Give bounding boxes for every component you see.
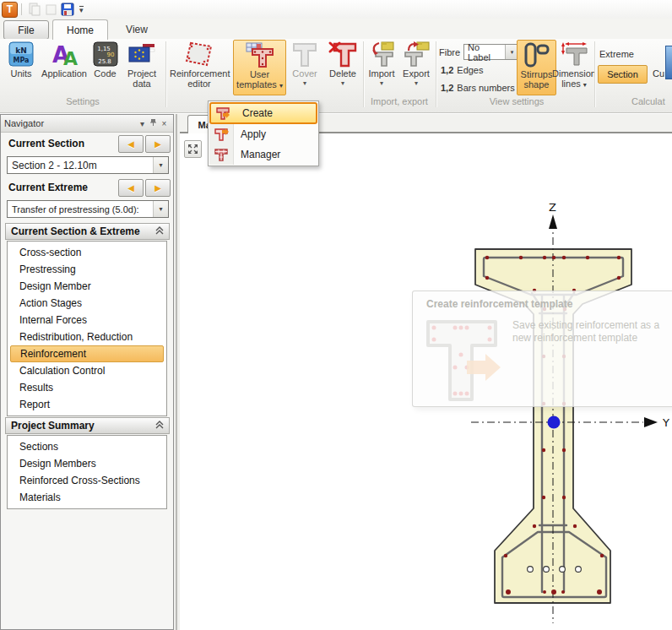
cover-dropdown-icon: ▾ [303, 80, 306, 87]
export-button[interactable]: Export ▾ [398, 40, 434, 94]
nav-item-action-stages[interactable]: Action Stages [10, 295, 164, 312]
current-extreme-select[interactable]: Transfer of prestressing (5.0d): ▾ [7, 200, 169, 218]
quick-access-overflow-icon[interactable]: ▾ [79, 6, 84, 13]
tab-file[interactable]: File [3, 20, 49, 40]
tooltip-title: Create reinforcement template [426, 298, 572, 310]
close-icon[interactable]: × [159, 119, 170, 128]
user-templates-button[interactable]: User templates ▾ [233, 40, 286, 95]
delete-dropdown-icon: ▾ [341, 80, 344, 87]
edges-toggle[interactable]: 1,2 Edges [441, 65, 484, 75]
app-window: T ▾ File Home View kNMPa Units AA [0, 0, 672, 630]
nav-item-sections[interactable]: Sections [10, 438, 164, 455]
paste-icon[interactable] [26, 2, 41, 17]
bars-numbers-toggle[interactable]: 1,2 Bars numbers [441, 83, 515, 93]
menu-item-create[interactable]: Create [209, 102, 317, 124]
nav-item-prestressing[interactable]: Prestressing [10, 261, 164, 278]
navigator-header: Navigator ▾ × [1, 115, 173, 133]
save-icon[interactable] [60, 2, 75, 17]
prev-extreme-button[interactable]: ◀ [118, 179, 144, 197]
current-button-partial[interactable]: Cu [653, 68, 664, 79]
nav-item-report[interactable]: Report [10, 396, 164, 413]
ribbon: kNMPa Units AA Application 1,159025.8 Co… [0, 39, 672, 113]
prev-section-button[interactable]: ◀ [118, 135, 144, 153]
application-label: Application [41, 68, 87, 79]
nav-item-internal-forces[interactable]: Internal Forces [10, 312, 164, 329]
import-dropdown-icon: ▾ [380, 80, 383, 87]
delete-button[interactable]: Delete ▾ [323, 40, 362, 94]
user-templates-text: User templates [236, 69, 277, 90]
svg-text:A: A [63, 48, 78, 67]
current-extreme-label: Current Extreme [8, 182, 88, 193]
import-button[interactable]: Import ▾ [366, 40, 398, 94]
dimension-lines-dropdown-icon: ▾ [583, 81, 587, 89]
dimension-lines-text: Dimension lines [552, 68, 596, 89]
centroid-point[interactable] [548, 416, 561, 429]
tooltip-body: Save existing reinforcement as a new rei… [512, 319, 666, 345]
cover-icon [291, 40, 318, 68]
code-button[interactable]: 1,159025.8 Code [90, 40, 120, 94]
fibre-value: No Label [464, 42, 505, 62]
dimension-lines-button[interactable]: Dimension lines ▾ [556, 40, 592, 94]
nav-item-cross-section[interactable]: Cross-section [10, 244, 164, 261]
menu-item-manager[interactable]: Manager [209, 144, 317, 165]
application-button[interactable]: AA Application [39, 40, 89, 94]
nav-item-reinforced-cross-sections[interactable]: Reinforced Cross-Sections [10, 472, 164, 489]
application-icon: AA [50, 40, 79, 68]
nav-item-reinforcement[interactable]: Reinforcement [10, 345, 164, 362]
new-document-icon[interactable] [43, 2, 58, 17]
export-icon [402, 40, 431, 68]
y-axis-arrow [644, 417, 658, 427]
code-label: Code [94, 68, 116, 79]
navigator-panel: Navigator ▾ × Current Section ◀ ▶ Sectio… [0, 114, 174, 630]
section-extreme-list: Cross-section Prestressing Design Member… [7, 241, 167, 416]
ribbon-tab-row: File Home View [0, 19, 672, 40]
divider [21, 3, 22, 15]
nav-item-materials[interactable]: Materials [10, 489, 164, 506]
calculate-icon [665, 46, 672, 79]
svg-text:90: 90 [106, 52, 114, 58]
panel-menu-icon[interactable]: ▾ [137, 119, 148, 128]
project-data-button[interactable]: Project data [121, 40, 163, 94]
project-summary-group-title: Project Summary [11, 420, 95, 432]
import-label: Import [368, 68, 394, 79]
nav-item-redistribution-reduction[interactable]: Redistribution, Reduction [10, 329, 164, 345]
fibre-select[interactable]: No Label ▾ [463, 44, 519, 60]
calculation-group-label: Calculat [631, 96, 672, 106]
section-button[interactable]: Section [598, 65, 648, 84]
reinforcement-editor-button[interactable]: Reinforcement editor [169, 40, 230, 94]
tab-view[interactable]: View [111, 20, 162, 38]
next-section-button[interactable]: ▶ [145, 135, 171, 153]
settings-group-label: Settings [17, 96, 149, 106]
project-summary-group-header[interactable]: Project Summary [5, 417, 170, 434]
section-extreme-group-header[interactable]: Current Section & Extreme [5, 223, 170, 240]
delete-icon [328, 40, 358, 68]
cover-label: Cover [292, 68, 317, 79]
nav-item-calculation-control[interactable]: Calculation Control [10, 362, 164, 379]
current-section-select[interactable]: Section 2 - 12.10m ▾ [7, 156, 169, 174]
group-separator [594, 41, 596, 107]
tab-home[interactable]: Home [52, 19, 108, 40]
units-label: Units [10, 68, 31, 79]
section-extreme-group-title: Current Section & Extreme [11, 225, 140, 237]
edges-label: Edges [457, 65, 483, 75]
template-manager-icon [209, 148, 233, 162]
import-export-group-label: Import, export [359, 96, 440, 106]
collapse-chevron-icon[interactable] [155, 420, 164, 432]
nav-item-results[interactable]: Results [10, 379, 164, 396]
collapse-chevron-icon[interactable] [155, 225, 164, 237]
units-button[interactable]: kNMPa Units [5, 40, 37, 94]
current-section-dropdown-icon[interactable]: ▾ [153, 157, 168, 173]
nav-item-design-members[interactable]: Design Members [10, 455, 164, 472]
export-dropdown-icon: ▾ [415, 80, 418, 87]
menu-item-apply[interactable]: Apply [209, 124, 317, 144]
current-extreme-dropdown-icon[interactable]: ▾ [153, 201, 168, 217]
next-extreme-button[interactable]: ▶ [145, 179, 171, 197]
fibre-label: Fibre [439, 47, 460, 57]
app-logo-icon[interactable]: T [2, 2, 18, 18]
user-templates-icon [245, 41, 275, 69]
project-summary-list: Sections Design Members Reinforced Cross… [7, 435, 167, 509]
pin-icon[interactable] [148, 118, 159, 128]
bars-numbers-prefix: 1,2 [441, 83, 453, 93]
nav-item-design-member[interactable]: Design Member [10, 278, 164, 295]
stirrups-shape-icon [524, 41, 550, 69]
